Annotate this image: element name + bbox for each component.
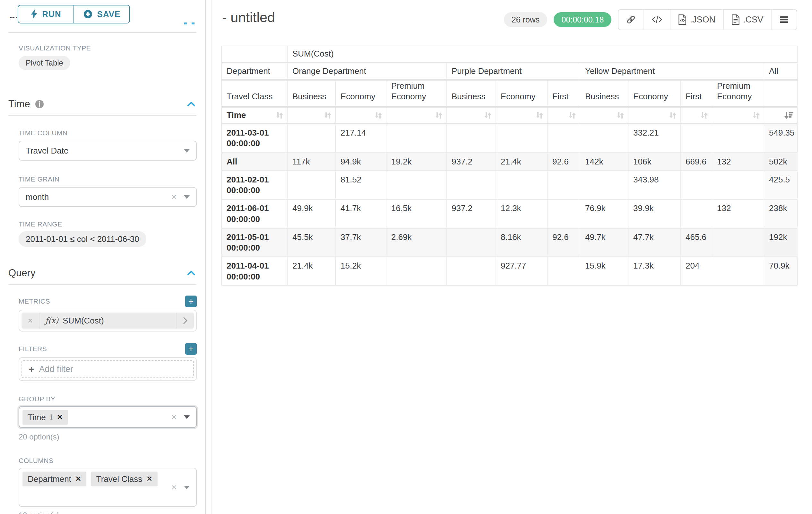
bolt-icon: [30, 9, 37, 19]
sort-header-cell: [288, 107, 336, 124]
sort-updown-icon[interactable]: [434, 111, 443, 120]
pivot-cell: [386, 257, 447, 286]
pivot-cell: 49.9k: [288, 199, 336, 228]
pivot-cell: 47.7k: [629, 228, 681, 257]
sort-updown-icon[interactable]: [534, 111, 544, 120]
group-by-label: GROUP BY: [19, 395, 197, 403]
time-grain-select[interactable]: month ×: [19, 187, 197, 207]
row-label: 2011-04-01 00:00:00: [222, 257, 288, 286]
filters-label: FILTERS: [19, 345, 47, 353]
sort-updown-icon[interactable]: [323, 111, 332, 120]
pivot-cell: [681, 199, 712, 228]
columns-select[interactable]: Department ✕ Travel Class ✕ ×: [19, 468, 197, 507]
col-group-header: Yellow Department: [580, 63, 764, 80]
remove-tag-icon[interactable]: ✕: [57, 413, 63, 422]
chevron-right-icon[interactable]: [176, 313, 194, 329]
metric-pill[interactable]: × ƒ(x) SUM(Cost): [22, 313, 194, 329]
pivot-cell: 49.7k: [580, 228, 629, 257]
clear-x-icon[interactable]: ×: [171, 412, 177, 422]
group-by-options-hint: 20 option(s): [19, 432, 197, 441]
clear-x-icon[interactable]: ×: [171, 192, 177, 202]
remove-tag-icon[interactable]: ✕: [146, 475, 152, 483]
pivot-cell: 17.3k: [629, 257, 681, 286]
col-header: Business: [288, 80, 336, 107]
panel-resize-gutter[interactable]: [211, 0, 212, 514]
group-by-select[interactable]: Time i ✕ ×: [19, 406, 197, 428]
sort-header-cell: [496, 107, 548, 124]
sort-header-cell: [548, 107, 580, 124]
caret-down-icon: [184, 195, 190, 199]
info-icon: i: [50, 413, 53, 422]
viz-type-pill[interactable]: Pivot Table: [19, 56, 70, 70]
sort-updown-icon[interactable]: [615, 111, 625, 120]
pivot-cell: [447, 257, 496, 286]
pivot-cell: 76.9k: [580, 199, 629, 228]
run-save-button-group: RUN SAVE: [18, 5, 130, 23]
remove-tag-icon[interactable]: ✕: [76, 475, 81, 483]
add-filter-button[interactable]: + Add filter: [22, 360, 194, 378]
pivot-cell: 45.5k: [288, 228, 336, 257]
col-group-header: All: [764, 63, 798, 80]
chart-title[interactable]: - untitled: [222, 10, 275, 25]
pivot-cell: [496, 170, 548, 199]
chevron-up-icon[interactable]: [187, 101, 196, 107]
save-button[interactable]: SAVE: [74, 5, 129, 23]
time-section-title: Time: [8, 98, 30, 110]
time-range-pill[interactable]: 2011-01-01 ≤ col < 2011-06-30: [19, 231, 146, 247]
sort-header-cell: [629, 107, 681, 124]
pivot-cell: 39.9k: [629, 199, 681, 228]
add-metric-button[interactable]: +: [185, 296, 197, 307]
sort-updown-icon[interactable]: [668, 111, 677, 120]
pivot-cell: [288, 170, 336, 199]
columns-tag-travel-class[interactable]: Travel Class ✕: [91, 471, 157, 486]
control-panel: Chart Type RUN SAVE VISUALIZATION TYPE P…: [0, 0, 206, 514]
pivot-cell: 425.5: [764, 170, 798, 199]
sort-updown-icon[interactable]: [483, 111, 492, 120]
pivot-cell: [712, 228, 764, 257]
pivot-cell: 21.4k: [288, 257, 336, 286]
sort-updown-icon[interactable]: [567, 111, 577, 120]
view-query-button[interactable]: [644, 10, 670, 30]
clipped-toolbar-icons: [184, 23, 195, 24]
time-column-select[interactable]: Travel Date: [19, 141, 197, 161]
sort-updown-icon[interactable]: [699, 111, 709, 120]
close-x-icon[interactable]: ×: [22, 313, 39, 329]
columns-tag-department[interactable]: Department ✕: [23, 471, 86, 486]
col-header: [764, 80, 798, 107]
col-group-header: Orange Department: [288, 63, 447, 80]
sort-header-cell: [336, 107, 386, 124]
col-header: Economy: [629, 80, 681, 107]
divider: [8, 32, 196, 33]
run-button[interactable]: RUN: [18, 5, 74, 23]
pivot-cell: 19.2k: [386, 153, 447, 170]
pivot-cell: [681, 170, 712, 199]
export-json-button[interactable]: .JSON: [670, 10, 724, 30]
group-by-tag-time[interactable]: Time i ✕: [23, 410, 68, 425]
chart-header-actions: 26 rows 00:00:00.18 .JSON: [504, 9, 797, 30]
col-header: First: [548, 80, 580, 107]
sort-header-cell: [447, 107, 496, 124]
hamburger-menu-icon: [779, 16, 789, 23]
chevron-up-icon[interactable]: [187, 270, 196, 276]
more-options-button[interactable]: [772, 10, 796, 30]
query-section-header: Query: [8, 267, 196, 279]
link-icon: [626, 15, 636, 24]
pivot-cell: 41.7k: [336, 199, 386, 228]
pivot-cell: 142k: [580, 153, 629, 170]
pivot-cell: 2.69k: [386, 228, 447, 257]
pivot-cell: 343.98: [629, 170, 681, 199]
table-row: All117k94.9k19.2k937.221.4k92.6142k106k6…: [222, 153, 798, 170]
sort-updown-icon[interactable]: [274, 111, 284, 120]
sort-updown-icon[interactable]: [373, 111, 383, 120]
viz-type-label: VISUALIZATION TYPE: [19, 44, 197, 52]
permalink-button[interactable]: [618, 10, 644, 30]
add-filter-plus-button[interactable]: +: [185, 343, 197, 355]
columns-options-hint: 19 option(s): [19, 511, 197, 514]
export-csv-button[interactable]: .CSV: [724, 10, 772, 30]
pivot-cell: [288, 124, 336, 153]
sort-header-cell: [712, 107, 764, 124]
sort-descending-icon[interactable]: [784, 111, 794, 120]
clear-x-icon[interactable]: ×: [171, 483, 177, 492]
sort-updown-icon[interactable]: [751, 111, 761, 120]
time-header-cell: Time: [222, 107, 288, 124]
